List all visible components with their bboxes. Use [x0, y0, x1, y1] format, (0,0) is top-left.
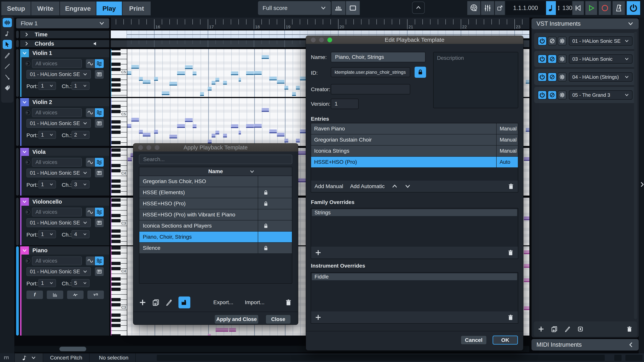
- track-slot-2[interactable]: [16, 98, 19, 146]
- delete-template-icon[interactable]: [284, 299, 292, 306]
- delete-instrument-icon[interactable]: [626, 326, 633, 333]
- expand-chevron-icon[interactable]: [24, 32, 29, 37]
- track-collapse-button[interactable]: [20, 246, 29, 255]
- close-button[interactable]: Close: [266, 315, 291, 324]
- add-automatic-button[interactable]: Add Automatic: [350, 183, 385, 189]
- track-slot-4[interactable]: [16, 198, 19, 245]
- zoom-window-button[interactable]: [327, 37, 332, 42]
- speaker-icon[interactable]: [93, 41, 98, 46]
- zoom-window-button[interactable]: [155, 145, 160, 150]
- record-button[interactable]: [599, 1, 611, 15]
- voices-field[interactable]: All voices: [32, 158, 82, 167]
- hscroll-thumb[interactable]: [60, 347, 86, 351]
- rhythmic-grid-select[interactable]: [14, 353, 43, 362]
- instrument-select[interactable]: 01 - HALion Sonic SE: [26, 169, 91, 177]
- tool-stick[interactable]: [3, 73, 12, 82]
- vst-scrollbar[interactable]: [634, 32, 637, 319]
- template-search-input[interactable]: Search...: [139, 155, 292, 164]
- version-field[interactable]: 1: [331, 99, 358, 109]
- channel-select[interactable]: 2: [72, 131, 90, 139]
- close-window-button[interactable]: [138, 145, 143, 150]
- entry-row[interactable]: HSSE+HSO (Pro)Auto: [311, 157, 518, 168]
- template-row[interactable]: HSSE (Elements): [139, 187, 292, 198]
- apply-dialog-titlebar[interactable]: Apply Playback Template: [133, 143, 298, 151]
- waves-mode-button[interactable]: [95, 158, 104, 167]
- description-field[interactable]: Description: [433, 52, 518, 108]
- track-collapse-button[interactable]: [20, 98, 29, 106]
- entry-row[interactable]: Gregorian Sustain ChoirManual: [311, 134, 518, 146]
- tool-tag[interactable]: [3, 83, 12, 93]
- vst-edit-button[interactable]: [548, 91, 556, 99]
- vst-edit-button[interactable]: [548, 36, 556, 45]
- track-header-violoncello[interactable]: Violoncello: [20, 198, 109, 206]
- midi-keyboard-button[interactable]: [95, 70, 104, 79]
- track-collapse-button[interactable]: [20, 148, 29, 156]
- edit-dialog-titlebar[interactable]: Edit Playback Template: [306, 36, 523, 44]
- import-button[interactable]: Import...: [245, 299, 264, 306]
- instrument-override-row[interactable]: Fiddle: [312, 273, 517, 280]
- track-collapse-button[interactable]: [20, 49, 29, 57]
- add-manual-button[interactable]: Add Manual: [314, 183, 343, 189]
- instrument-select[interactable]: 01 - HALion Sonic SE: [26, 119, 91, 128]
- apply-and-close-button[interactable]: Apply and Close: [214, 315, 258, 324]
- voice-toggle[interactable]: [25, 61, 31, 66]
- play-button[interactable]: [585, 1, 597, 15]
- rename-instrument-icon[interactable]: [564, 326, 571, 332]
- minimize-window-button[interactable]: [146, 145, 151, 150]
- id-lock-button[interactable]: [414, 67, 426, 78]
- voices-field[interactable]: All voices: [32, 257, 82, 265]
- techniques-lane-button[interactable]: [88, 291, 104, 299]
- template-row[interactable]: Gregorian Sus Choir, HSO: [139, 176, 292, 187]
- channel-select[interactable]: 4: [72, 230, 90, 238]
- id-field[interactable]: ktemplate.user.piano_choir_strings: [331, 67, 410, 77]
- tool-waveform[interactable]: [3, 18, 12, 27]
- expand-chevron-icon[interactable]: [24, 41, 29, 46]
- tempo-note-button[interactable]: [546, 1, 556, 15]
- vst-settings-button[interactable]: [558, 91, 566, 99]
- velocity-lane-button[interactable]: [47, 291, 63, 299]
- mode-tab-print[interactable]: Print: [122, 1, 151, 15]
- creator-field[interactable]: [331, 84, 410, 94]
- pitch-lane-button[interactable]: [67, 291, 84, 299]
- port-select[interactable]: 1: [38, 230, 56, 238]
- vst-power-button[interactable]: [538, 55, 547, 63]
- port-select[interactable]: 1: [38, 82, 56, 90]
- new-template-icon[interactable]: [139, 299, 146, 306]
- concert-pitch-status[interactable]: Concert Pitch: [43, 353, 90, 362]
- waves-mode-button[interactable]: [95, 59, 104, 68]
- edit-template-icon[interactable]: [166, 299, 173, 306]
- mode-tab-play[interactable]: Play: [96, 1, 122, 15]
- vst-panel-header[interactable]: VST Instruments: [532, 18, 639, 29]
- freeze-instrument-icon[interactable]: [577, 326, 584, 332]
- voices-field[interactable]: All voices: [32, 208, 82, 216]
- vst-power-button[interactable]: [538, 91, 547, 99]
- midi-keyboard-button[interactable]: [95, 267, 104, 276]
- utility-row-chords[interactable]: Chords: [20, 40, 109, 47]
- metronome-button[interactable]: [612, 1, 625, 15]
- waves-mode-button[interactable]: [95, 257, 104, 265]
- mixer-button[interactable]: [481, 1, 494, 15]
- close-window-button[interactable]: [311, 37, 316, 42]
- delete-entry-icon[interactable]: [508, 183, 514, 190]
- track-header-piano[interactable]: Piano: [20, 246, 109, 255]
- midi-keyboard-button[interactable]: [95, 169, 104, 177]
- add-instrument-icon[interactable]: [538, 326, 544, 332]
- video-button[interactable]: [467, 1, 480, 15]
- instrument-select[interactable]: 01 - HALion Sonic SE: [26, 70, 91, 79]
- factory-reset-button[interactable]: [178, 297, 190, 308]
- vst-edit-button[interactable]: [548, 55, 556, 63]
- tool-cursor[interactable]: [3, 40, 12, 49]
- voice-toggle[interactable]: [25, 209, 31, 215]
- template-row[interactable]: Silence: [139, 243, 292, 254]
- delete-instrument-override-icon[interactable]: [507, 314, 514, 321]
- move-up-icon[interactable]: [392, 183, 398, 189]
- wave-mode-button[interactable]: [86, 59, 94, 68]
- track-collapse-button[interactable]: [20, 198, 29, 206]
- dynamics-lane-button[interactable]: f: [26, 291, 43, 299]
- right-zone-collapse-arrow[interactable]: [640, 182, 644, 187]
- channel-select[interactable]: 5: [72, 279, 90, 287]
- vst-instrument-select[interactable]: 04 - HALion (Strings): [569, 72, 632, 82]
- vst-edit-button[interactable]: [548, 73, 556, 81]
- utility-row-time[interactable]: Time: [20, 31, 109, 38]
- template-row[interactable]: Piano, Choir, Strings: [139, 232, 292, 243]
